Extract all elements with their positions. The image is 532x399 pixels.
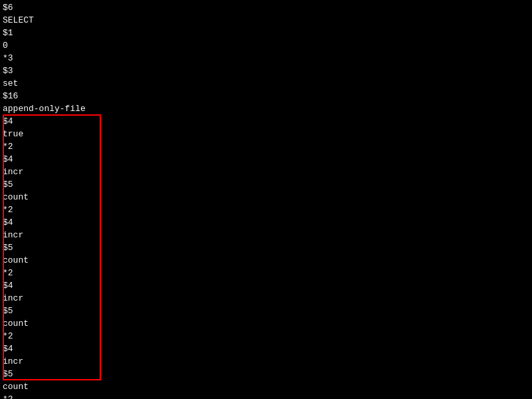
line-20: $5 bbox=[3, 241, 529, 254]
line-10: $4 bbox=[3, 115, 529, 128]
line-32: *2 bbox=[3, 393, 529, 399]
line-8: $16 bbox=[3, 90, 529, 102]
line-31: count bbox=[3, 380, 529, 393]
line-30: $5 bbox=[3, 368, 529, 380]
line-22: *2 bbox=[3, 267, 529, 279]
line-28: $4 bbox=[3, 342, 529, 355]
line-12: *2 bbox=[3, 140, 529, 153]
line-29: incr bbox=[3, 355, 529, 368]
line-15: $5 bbox=[3, 178, 529, 191]
line-27: *2 bbox=[3, 330, 529, 342]
line-24: incr bbox=[3, 292, 529, 305]
line-23: $4 bbox=[3, 279, 529, 292]
line-6: $3 bbox=[3, 65, 529, 77]
line-9: append-only-file bbox=[3, 102, 529, 115]
line-25: $5 bbox=[3, 305, 529, 317]
line-19: incr bbox=[3, 229, 529, 241]
terminal-window[interactable]: $6 SELECT $1 0 *3 $3 set $16 append-only… bbox=[0, 0, 532, 399]
line-13: $4 bbox=[3, 153, 529, 166]
line-11: true bbox=[3, 128, 529, 140]
line-26: count bbox=[3, 317, 529, 330]
line-2: SELECT bbox=[3, 14, 529, 27]
terminal-content: $6 SELECT $1 0 *3 $3 set $16 append-only… bbox=[3, 1, 529, 399]
line-14: incr bbox=[3, 166, 529, 178]
line-5: *3 bbox=[3, 52, 529, 65]
line-18: $4 bbox=[3, 216, 529, 229]
line-7: set bbox=[3, 77, 529, 90]
line-16: count bbox=[3, 191, 529, 203]
line-3: $1 bbox=[3, 27, 529, 39]
line-4: 0 bbox=[3, 39, 529, 52]
line-1: $6 bbox=[3, 1, 529, 14]
line-17: *2 bbox=[3, 203, 529, 216]
line-21: count bbox=[3, 254, 529, 267]
